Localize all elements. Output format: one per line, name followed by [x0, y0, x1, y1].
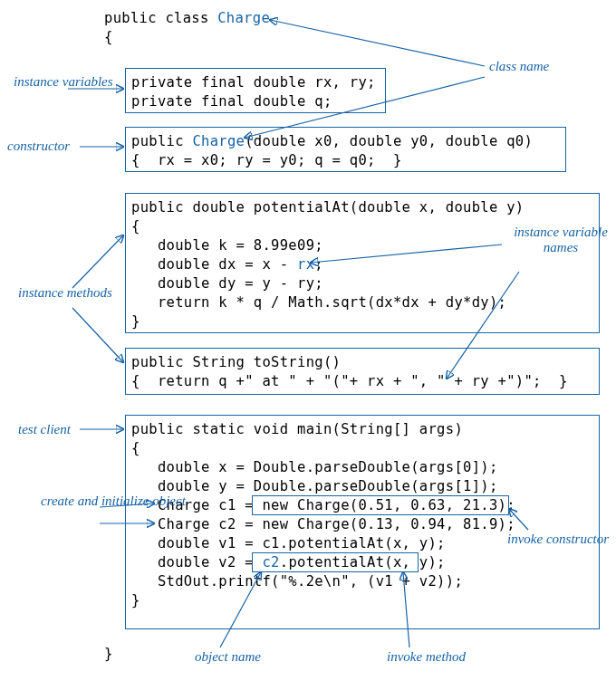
- main-line-1: public static void main(String[] args): [131, 420, 463, 439]
- ctor-line-2: { rx = x0; ry = y0; q = q0; }: [131, 151, 402, 170]
- pot-line-7: }: [131, 312, 140, 331]
- ivar-line-2: private final double q;: [131, 92, 332, 111]
- main-line-2: {: [131, 439, 140, 458]
- ctor-name-token: Charge: [192, 133, 245, 149]
- label-create-initialize: create and initialize object: [41, 494, 186, 509]
- label-instance-variable-names: instance variable names: [505, 225, 616, 255]
- label-constructor: constructor: [7, 139, 70, 154]
- label-instance-variables: instance variables: [14, 74, 113, 90]
- label-object-name: object name: [195, 649, 261, 665]
- main-line-6: Charge c2 = new Charge(0.13, 0.94, 81.9)…: [131, 515, 515, 534]
- class-decl: public class Charge: [104, 9, 270, 28]
- main-line-10: }: [131, 591, 140, 610]
- ctor-line-1: public Charge(double x0, double y0, doub…: [131, 132, 533, 151]
- ts-line-1: public String toString(): [131, 353, 341, 372]
- svg-line-0: [270, 20, 485, 66]
- pot-line-6: return k * q / Math.sqrt(dx*dx + dy*dy);: [131, 293, 506, 312]
- ivar-line-1: private final double rx, ry;: [131, 73, 376, 92]
- pot-line-5: double dy = y - ry;: [131, 274, 323, 293]
- rx-token: rx: [297, 256, 314, 273]
- label-invoke-method: invoke method: [387, 649, 466, 665]
- pot-line-2: {: [131, 217, 140, 236]
- open-brace: {: [104, 28, 113, 47]
- label-class-name: class name: [489, 59, 549, 74]
- svg-line-5: [72, 308, 123, 362]
- class-name-token: Charge: [217, 10, 270, 26]
- pot-line-3: double k = 8.99e09;: [131, 236, 323, 255]
- main-line-4: double y = Double.parseDouble(args[1]);: [131, 477, 498, 496]
- new-charge-highlight: [252, 495, 509, 515]
- pot-line-1: public double potentialAt(double x, doub…: [131, 198, 524, 217]
- main-line-3: double x = Double.parseDouble(args[0]);: [131, 458, 498, 477]
- close-brace: }: [104, 645, 113, 664]
- pot-line-4: double dx = x - rx;: [131, 255, 323, 274]
- main-line-7: double v1 = c1.potentialAt(x, y);: [131, 534, 446, 553]
- label-instance-methods: instance methods: [18, 285, 112, 301]
- ts-line-2: { return q +" at " + "("+ rx + ", " + ry…: [131, 372, 568, 391]
- svg-line-4: [72, 235, 123, 288]
- label-test-client: test client: [18, 422, 71, 437]
- invoke-method-highlight: [252, 552, 419, 572]
- label-invoke-constructor: invoke constructor: [507, 532, 609, 547]
- main-line-9: StdOut.printf("%.2e\n", (v1 + v2));: [131, 572, 463, 591]
